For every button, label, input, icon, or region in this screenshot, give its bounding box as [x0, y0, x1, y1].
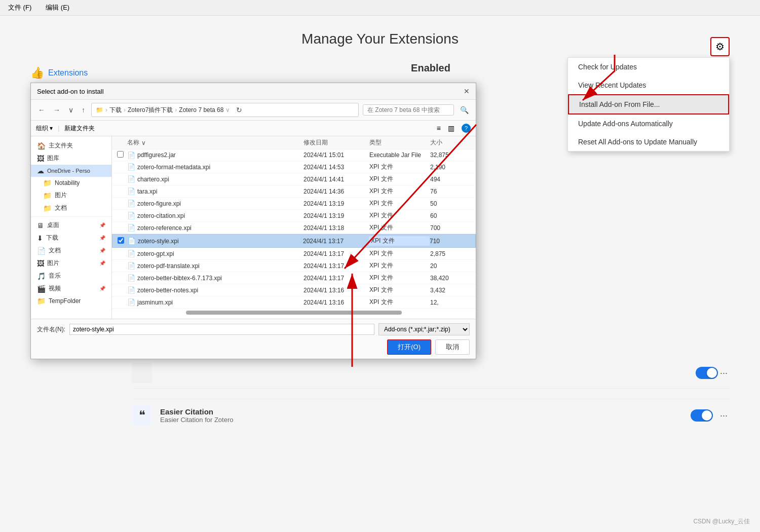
menubar: 文件 (F) 编辑 (E) — [0, 0, 760, 16]
ext-more-1[interactable]: ··· — [718, 366, 730, 381]
easier-citation-name: Easier Citation — [160, 407, 691, 416]
gear-button[interactable]: ⚙ — [710, 37, 730, 56]
file-row[interactable]: 📄 pdffigures2.jar 2024/4/1 15:01 Executa… — [112, 149, 476, 161]
new-folder-label[interactable]: 新建文件夹 — [64, 124, 95, 133]
col-header-name[interactable]: 名称 ∨ — [127, 138, 303, 147]
col-header-type[interactable]: 类型 — [369, 138, 430, 147]
organize-label[interactable]: 组织 ▾ — [36, 124, 53, 133]
file-list-header: 名称 ∨ 修改日期 类型 大小 — [112, 136, 476, 149]
sidebar-images[interactable]: 🖼图片📌 — [31, 257, 111, 270]
dropdown-view-updates[interactable]: View Recent Updates — [568, 76, 729, 94]
file-row[interactable]: 📄 zotero-reference.xpi 2024/4/1 13:18 XP… — [112, 222, 476, 234]
footer-filename-row: 文件名(N): Add-ons (*.xpi;*.jar;*.zip) — [37, 323, 470, 335]
search-button[interactable]: 🔍 — [458, 105, 471, 115]
dialog-footer: 文件名(N): Add-ons (*.xpi;*.jar;*.zip) 打开(O… — [31, 319, 476, 359]
menu-file[interactable]: 文件 (F) — [6, 2, 33, 13]
ext-toggle-1[interactable] — [696, 367, 718, 379]
sidebar-tempfolder[interactable]: 📁TempFolder — [31, 295, 111, 307]
sidebar-gallery[interactable]: 🖼图库 — [31, 152, 111, 165]
file-row[interactable]: 📄 tara.xpi 2024/4/1 14:36 XPI 文件 76 — [112, 185, 476, 198]
easier-citation-item: ❝ Easier Citation Easier Citation for Zo… — [132, 399, 730, 432]
file-row[interactable]: 📄 zotero-figure.xpi 2024/4/1 13:19 XPI 文… — [112, 198, 476, 210]
file-row[interactable]: 📄 jasminum.xpi 2024/4/1 13:16 XPI 文件 12, — [112, 296, 476, 309]
nav-dropdown-button[interactable]: ∨ — [66, 105, 75, 115]
sidebar-home[interactable]: 🏠主文件夹 — [31, 139, 111, 152]
gear-icon: ⚙ — [715, 41, 725, 53]
dialog-title: Select add-on to install — [37, 88, 104, 95]
cancel-button[interactable]: 取消 — [435, 339, 470, 355]
view-details[interactable]: ▥ — [448, 124, 454, 132]
menu-edit[interactable]: 编辑 (E) — [44, 2, 71, 13]
dialog-close-button[interactable]: ✕ — [464, 87, 470, 95]
nav-back-button[interactable]: ← — [36, 105, 47, 115]
folder-icon: 📁 — [96, 106, 103, 113]
path-bar: 📁 › 下载 › Zotero7插件下载 › Zotero 7 beta 68 … — [91, 103, 359, 117]
file-row-selected[interactable]: 📄 zotero-style.xpi 2024/4/1 13:17 XPI 文件… — [112, 234, 476, 248]
dialog-body: 🏠主文件夹 🖼图库 ☁OneDrive - Perso 📁Notability … — [31, 136, 476, 319]
dropdown-update-auto[interactable]: Update Add-ons Automatically — [568, 115, 729, 133]
dropdown-install-addon[interactable]: Install Add-on From File... — [568, 94, 729, 115]
filename-label: 文件名(N): — [37, 325, 65, 334]
file-row[interactable]: 📄 zotero-gpt.xpi 2024/4/1 13:17 XPI 文件 2… — [112, 248, 476, 260]
file-row[interactable]: 📄 zotero-better-notes.xpi 2024/4/1 13:16… — [112, 284, 476, 296]
dropdown-reset-manual[interactable]: Reset All Add-ons to Update Manually — [568, 133, 729, 151]
scrollbar[interactable] — [186, 311, 402, 315]
sidebar-music[interactable]: 🎵音乐 — [31, 270, 111, 282]
sidebar-extensions-label: Extensions — [48, 68, 88, 78]
extension-list: ··· ❝ Easier Citation Easier Citation fo… — [132, 358, 730, 432]
sidebar-onedrive[interactable]: ☁OneDrive - Perso — [31, 165, 111, 177]
open-button[interactable]: 打开(O) — [387, 339, 431, 355]
dialog-actions-bar: 组织 ▾ | 新建文件夹 ≡ ▥ ? — [31, 121, 476, 136]
refresh-button[interactable]: ↻ — [234, 105, 244, 115]
easier-citation-more[interactable]: ··· — [718, 408, 730, 423]
footer-buttons: 打开(O) 取消 — [37, 339, 470, 355]
dropdown-menu: Check for Updates View Recent Updates In… — [567, 57, 730, 151]
view-icons[interactable]: ≡ — [437, 124, 441, 132]
nav-forward-button[interactable]: → — [51, 105, 62, 115]
col-header-date[interactable]: 修改日期 — [303, 138, 369, 147]
easier-citation-icon: ❝ — [132, 405, 152, 426]
sidebar-notability[interactable]: 📁Notability — [31, 177, 111, 189]
col-header-size[interactable]: 大小 — [430, 138, 471, 147]
main-area: Manage Your Extensions 👍 Extensions Enab… — [0, 16, 760, 447]
file-name: pdffigures2.jar — [137, 151, 303, 159]
search-input[interactable] — [363, 104, 454, 116]
easier-citation-controls: ··· — [691, 408, 730, 423]
file-row[interactable]: 📄 zotero-better-bibtex-6.7.173.xpi 2024/… — [112, 272, 476, 284]
file-checkbox-selected[interactable] — [118, 237, 124, 244]
filename-input[interactable] — [69, 324, 374, 335]
dialog-titlebar: Select add-on to install ✕ — [31, 83, 476, 100]
file-row[interactable]: 📄 zotero-format-metadata.xpi 2024/4/1 14… — [112, 161, 476, 173]
sidebar-video[interactable]: 🎬视频📌 — [31, 282, 111, 295]
file-row[interactable]: 📄 chartero.xpi 2024/4/1 14:41 XPI 文件 494 — [112, 173, 476, 185]
sidebar-docs[interactable]: 📁文档 — [31, 202, 111, 214]
sidebar-pictures[interactable]: 📁图片 — [31, 189, 111, 202]
watermark: CSDN @Lucky_云佳 — [693, 517, 750, 526]
easier-citation-desc: Easier Citation for Zotero — [160, 416, 691, 424]
file-checkbox[interactable] — [117, 151, 124, 158]
path-seg-3: Zotero 7 beta 68 — [179, 106, 223, 113]
content-area: Enabled ⚙ Check for Updates View Recent … — [132, 62, 730, 432]
ext-icon-1 — [132, 363, 152, 383]
sidebar-desktop[interactable]: 🖥桌面📌 — [31, 219, 111, 232]
filetype-dropdown[interactable]: Add-ons (*.xpi;*.jar;*.zip) — [378, 323, 470, 335]
dialog-toolbar: ← → ∨ ↑ 📁 › 下载 › Zotero7插件下载 › Zotero 7 … — [31, 100, 476, 121]
help-icon[interactable]: ? — [462, 124, 471, 133]
nav-up-button[interactable]: ↑ — [80, 105, 87, 115]
file-sidebar: 🏠主文件夹 🖼图库 ☁OneDrive - Perso 📁Notability … — [31, 136, 112, 319]
dropdown-check-updates[interactable]: Check for Updates — [568, 58, 729, 76]
extensions-icon: 👍 — [30, 66, 44, 80]
sidebar-downloads[interactable]: ⬇下载📌 — [31, 232, 111, 244]
ext-item-1: ··· — [132, 358, 730, 389]
easier-citation-info: Easier Citation Easier Citation for Zote… — [160, 407, 691, 424]
page-title: Manage Your Extensions — [30, 31, 730, 47]
file-list-container: 名称 ∨ 修改日期 类型 大小 📄 pdffigures2.jar 2024/4… — [112, 136, 476, 319]
file-row[interactable]: 📄 zotero-pdf-translate.xpi 2024/4/1 13:1… — [112, 260, 476, 272]
easier-citation-toggle[interactable] — [691, 409, 713, 422]
file-dialog: Select add-on to install ✕ ← → ∨ ↑ 📁 › 下… — [30, 83, 476, 359]
file-row[interactable]: 📄 zotero-citation.xpi 2024/4/1 13:19 XPI… — [112, 210, 476, 222]
separator: | — [58, 125, 59, 132]
sidebar-documents[interactable]: 📄文档📌 — [31, 244, 111, 257]
path-seg-2: Zotero7插件下载 — [128, 106, 173, 115]
sidebar-item-extensions[interactable]: 👍 Extensions — [30, 62, 111, 84]
